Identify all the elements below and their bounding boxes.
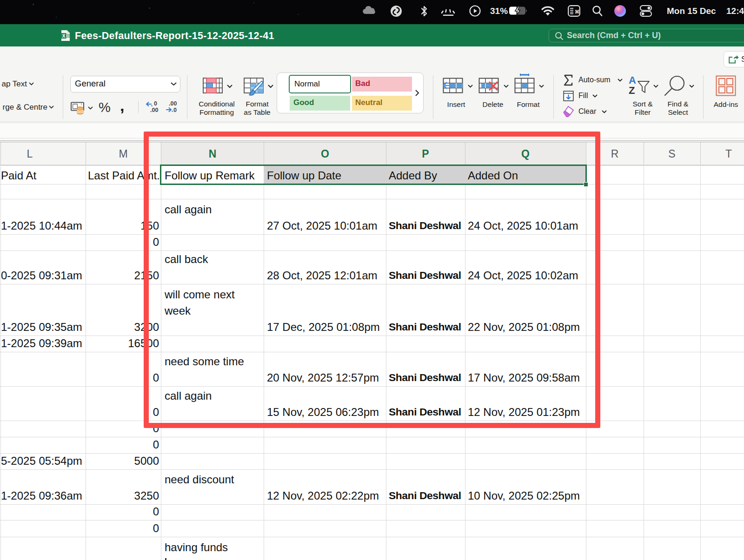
svg-text:X: X bbox=[62, 33, 66, 39]
svg-text:0: 0 bbox=[173, 107, 177, 113]
svg-text:Z: Z bbox=[629, 85, 635, 95]
svg-text:⌘: ⌘ bbox=[575, 9, 579, 14]
svg-text:.00: .00 bbox=[150, 107, 158, 113]
svg-text:0: 0 bbox=[154, 100, 157, 107]
svg-text:.00: .00 bbox=[169, 100, 177, 107]
